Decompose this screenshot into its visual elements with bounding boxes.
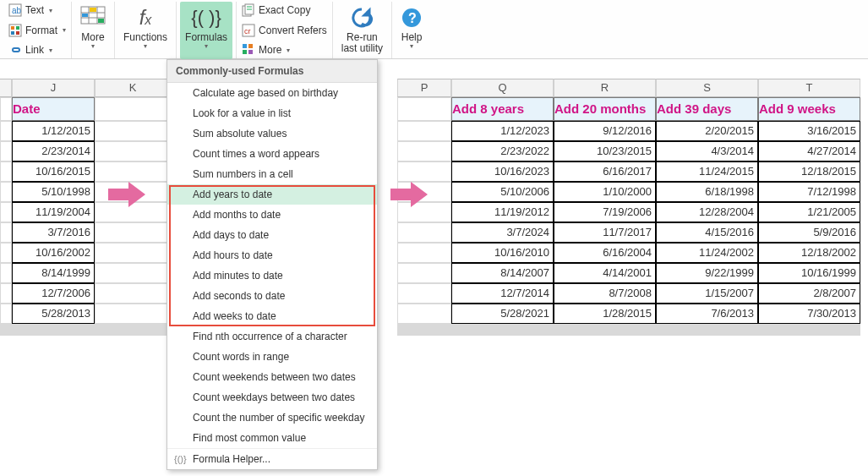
col-header[interactable]: J xyxy=(12,79,95,97)
dropdown-item[interactable]: Look for a value in list xyxy=(167,103,377,123)
empty-cell[interactable] xyxy=(397,121,451,141)
rerun-button[interactable]: Re-run last utility xyxy=(336,2,388,59)
col-header[interactable]: S xyxy=(656,79,758,97)
result-cell[interactable]: 12/18/2015 xyxy=(758,161,860,182)
empty-cell[interactable] xyxy=(95,97,171,121)
format-button[interactable]: Format▾ xyxy=(7,22,68,39)
empty-cell[interactable] xyxy=(397,334,451,336)
formulas-button[interactable]: {( )} Formulas▾ xyxy=(180,2,232,59)
result-cell[interactable]: 11/19/2012 xyxy=(451,202,554,222)
col-header[interactable]: P xyxy=(397,79,451,97)
result-cell[interactable]: 6/18/1998 xyxy=(656,182,758,202)
dropdown-item[interactable]: Add seconds to date xyxy=(167,286,377,306)
result-cell[interactable]: 11/24/2002 xyxy=(656,243,758,263)
result-cell[interactable]: 4/27/2014 xyxy=(758,141,860,161)
result-cell[interactable]: 1/10/2000 xyxy=(554,182,656,202)
dropdown-item[interactable]: Add months to date xyxy=(167,205,377,225)
empty-cell[interactable] xyxy=(397,283,451,304)
result-cell[interactable]: 9/22/1999 xyxy=(656,263,758,283)
col-header[interactable]: T xyxy=(758,79,860,97)
convert-refers-button[interactable]: cr Convert Refers xyxy=(240,22,329,39)
result-cell[interactable]: 5/9/2016 xyxy=(758,222,860,243)
date-header[interactable]: Date xyxy=(12,97,95,121)
empty-cell[interactable] xyxy=(397,243,451,263)
empty-cell[interactable] xyxy=(397,141,451,161)
functions-button[interactable]: fx Functions▾ xyxy=(118,2,172,59)
dropdown-item[interactable]: Add years to date xyxy=(167,184,377,205)
empty-cell[interactable] xyxy=(397,222,451,243)
result-cell[interactable]: 11/24/2015 xyxy=(656,161,758,182)
result-cell[interactable]: 5/28/2021 xyxy=(451,304,554,324)
add-days-header[interactable]: Add 39 days xyxy=(656,97,758,121)
result-cell[interactable]: 6/16/2004 xyxy=(554,243,656,263)
result-cell[interactable]: 11/7/2017 xyxy=(554,222,656,243)
result-cell[interactable]: 9/12/2016 xyxy=(554,121,656,141)
result-cell[interactable]: 8/7/2008 xyxy=(554,283,656,304)
result-cell[interactable]: 3/16/2015 xyxy=(758,121,860,141)
dropdown-item[interactable]: Add weeks to date xyxy=(167,306,377,326)
result-cell[interactable]: 7/19/2006 xyxy=(554,202,656,222)
result-cell[interactable]: 5/10/2006 xyxy=(451,182,554,202)
result-cell[interactable]: 10/16/1999 xyxy=(758,263,860,283)
empty-cell[interactable] xyxy=(95,161,171,182)
result-cell[interactable]: 6/16/2017 xyxy=(554,161,656,182)
date-cell[interactable]: 2/23/2014 xyxy=(12,141,95,161)
empty-cell[interactable] xyxy=(95,121,171,141)
dropdown-item[interactable]: Add days to date xyxy=(167,225,377,245)
empty-cell[interactable] xyxy=(656,334,758,336)
empty-cell[interactable] xyxy=(95,263,171,283)
dropdown-item[interactable]: Count times a word appears xyxy=(167,144,377,164)
dropdown-item[interactable]: Count weekends between two dates xyxy=(167,367,377,387)
result-cell[interactable]: 12/28/2004 xyxy=(656,202,758,222)
result-cell[interactable]: 12/7/2014 xyxy=(451,283,554,304)
date-cell[interactable]: 10/16/2002 xyxy=(12,243,95,263)
result-cell[interactable]: 7/6/2013 xyxy=(656,304,758,324)
empty-cell[interactable] xyxy=(95,222,171,243)
empty-cell[interactable] xyxy=(95,304,171,324)
dropdown-item[interactable]: Add hours to date xyxy=(167,245,377,265)
result-cell[interactable]: 1/15/2007 xyxy=(656,283,758,304)
empty-cell[interactable] xyxy=(758,334,860,336)
result-cell[interactable]: 4/3/2014 xyxy=(656,141,758,161)
result-cell[interactable]: 2/20/2015 xyxy=(656,121,758,141)
empty-cell[interactable] xyxy=(554,334,656,336)
result-cell[interactable]: 12/18/2002 xyxy=(758,243,860,263)
col-header[interactable]: R xyxy=(554,79,656,97)
date-cell[interactable]: 11/19/2004 xyxy=(12,202,95,222)
col-header[interactable]: K xyxy=(95,79,171,97)
formula-helper-item[interactable]: {()} Formula Helper... xyxy=(167,448,377,469)
add-weeks-header[interactable]: Add 9 weeks xyxy=(758,97,860,121)
text-button[interactable]: ab Text▾ xyxy=(7,2,68,19)
result-cell[interactable]: 1/21/2005 xyxy=(758,202,860,222)
result-cell[interactable]: 4/14/2001 xyxy=(554,263,656,283)
date-cell[interactable]: 3/7/2016 xyxy=(12,222,95,243)
more-button-1[interactable]: More▾ xyxy=(75,2,111,59)
result-cell[interactable]: 10/16/2023 xyxy=(451,161,554,182)
date-cell[interactable]: 8/14/1999 xyxy=(12,263,95,283)
result-cell[interactable]: 10/16/2010 xyxy=(451,243,554,263)
empty-cell[interactable] xyxy=(95,141,171,161)
dropdown-item[interactable]: Count the number of specific weekday xyxy=(167,408,377,428)
add-months-header[interactable]: Add 20 months xyxy=(554,97,656,121)
empty-cell[interactable] xyxy=(397,304,451,324)
date-cell[interactable]: 10/16/2015 xyxy=(12,161,95,182)
exact-copy-button[interactable]: Exact Copy xyxy=(240,2,329,19)
date-cell[interactable]: 1/12/2015 xyxy=(12,121,95,141)
date-cell[interactable]: 5/28/2013 xyxy=(12,304,95,324)
result-cell[interactable]: 4/15/2016 xyxy=(656,222,758,243)
empty-cell[interactable] xyxy=(397,97,451,121)
date-cell[interactable]: 12/7/2006 xyxy=(12,283,95,304)
dropdown-item[interactable]: Sum numbers in a cell xyxy=(167,164,377,184)
result-cell[interactable]: 2/23/2022 xyxy=(451,141,554,161)
empty-cell[interactable] xyxy=(397,263,451,283)
empty-cell[interactable] xyxy=(95,334,171,336)
empty-cell[interactable] xyxy=(95,283,171,304)
dropdown-item[interactable]: Find most common value xyxy=(167,428,377,448)
dropdown-item[interactable]: Sum absolute values xyxy=(167,123,377,144)
empty-cell[interactable] xyxy=(12,334,95,336)
result-cell[interactable]: 1/12/2023 xyxy=(451,121,554,141)
result-cell[interactable]: 3/7/2024 xyxy=(451,222,554,243)
result-cell[interactable]: 7/12/1998 xyxy=(758,182,860,202)
more-button-2[interactable]: More▾ xyxy=(240,41,329,58)
dropdown-item[interactable]: Find nth occurrence of a character xyxy=(167,326,377,347)
